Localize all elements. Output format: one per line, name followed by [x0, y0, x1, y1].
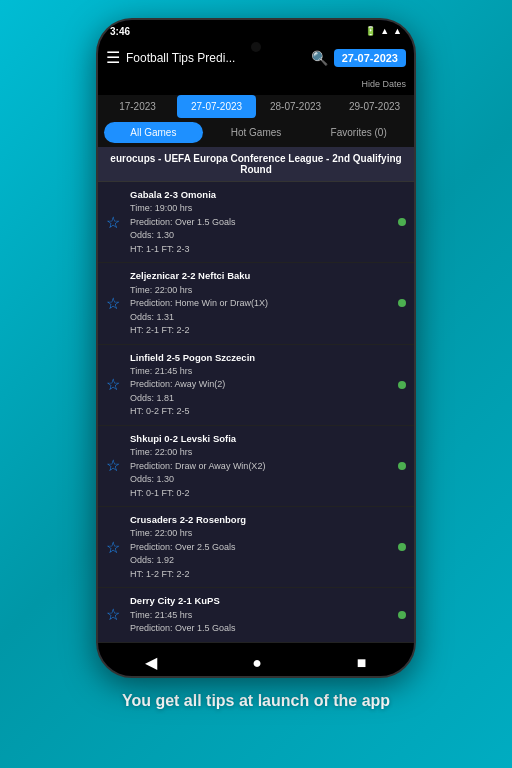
search-icon[interactable]: 🔍	[311, 50, 328, 66]
battery-icon: 🔋	[365, 26, 376, 36]
game-score-4: HT: 1-2 FT: 2-2	[130, 568, 392, 582]
game-prediction-1: Prediction: Home Win or Draw(1X)	[130, 297, 392, 311]
game-title-1: Zeljeznicar 2-2 Neftci Baku	[130, 269, 392, 283]
game-odds-3: Odds: 1.30	[130, 473, 392, 487]
game-info-4: Crusaders 2-2 Rosenborg Time: 22:00 hrs …	[130, 513, 392, 581]
game-odds-0: Odds: 1.30	[130, 229, 392, 243]
game-score-1: HT: 2-1 FT: 2-2	[130, 324, 392, 338]
game-title-5: Derry City 2-1 KuPS	[130, 594, 392, 608]
status-dot-5	[398, 611, 406, 619]
game-row: ☆ Zeljeznicar 2-2 Neftci Baku Time: 22:0…	[98, 263, 414, 344]
game-info-0: Gabala 2-3 Omonia Time: 19:00 hrs Predic…	[130, 188, 392, 256]
game-prediction-4: Prediction: Over 2.5 Goals	[130, 541, 392, 555]
game-info-3: Shkupi 0-2 Levski Sofia Time: 22:00 hrs …	[130, 432, 392, 500]
date-tab-0[interactable]: 17-2023	[98, 95, 177, 118]
star-icon-2[interactable]: ☆	[106, 375, 124, 394]
status-dot-0	[398, 218, 406, 226]
game-score-2: HT: 0-2 FT: 2-5	[130, 405, 392, 419]
content-area: eurocups - UEFA Europa Conference League…	[98, 147, 414, 643]
bottom-tagline: You get all tips at launch of the app	[102, 692, 410, 710]
filter-tab-hot[interactable]: Hot Games	[207, 122, 306, 143]
date-tab-2[interactable]: 28-07-2023	[256, 95, 335, 118]
star-icon-4[interactable]: ☆	[106, 538, 124, 557]
menu-icon[interactable]: ☰	[106, 48, 120, 67]
star-icon-1[interactable]: ☆	[106, 294, 124, 313]
hide-dates-row: Hide Dates	[98, 73, 414, 95]
nav-bar: ◀ ● ■	[98, 643, 414, 679]
game-score-3: HT: 0-1 FT: 0-2	[130, 487, 392, 501]
game-odds-2: Odds: 1.81	[130, 392, 392, 406]
game-odds-4: Odds: 1.92	[130, 554, 392, 568]
game-time-5: Time: 21:45 hrs	[130, 609, 392, 623]
game-time-0: Time: 19:00 hrs	[130, 202, 392, 216]
filter-tab-all[interactable]: All Games	[104, 122, 203, 143]
game-info-1: Zeljeznicar 2-2 Neftci Baku Time: 22:00 …	[130, 269, 392, 337]
game-info-5: Derry City 2-1 KuPS Time: 21:45 hrs Pred…	[130, 594, 392, 635]
game-prediction-3: Prediction: Draw or Away Win(X2)	[130, 460, 392, 474]
app-title: Football Tips Predi...	[126, 51, 305, 65]
game-prediction-5: Prediction: Over 1.5 Goals	[130, 622, 392, 636]
game-time-2: Time: 21:45 hrs	[130, 365, 392, 379]
filter-tab-favorites[interactable]: Favorites (0)	[309, 122, 408, 143]
date-tab-3[interactable]: 29-07-2023	[335, 95, 414, 118]
game-row: ☆ Crusaders 2-2 Rosenborg Time: 22:00 hr…	[98, 507, 414, 588]
camera-notch	[251, 42, 261, 52]
status-dot-3	[398, 462, 406, 470]
star-icon-5[interactable]: ☆	[106, 605, 124, 624]
league-header: eurocups - UEFA Europa Conference League…	[98, 147, 414, 182]
date-tab-1[interactable]: 27-07-2023	[177, 95, 256, 118]
game-time-1: Time: 22:00 hrs	[130, 284, 392, 298]
status-time: 3:46	[110, 26, 130, 37]
phone-frame: 3:46 🔋 ▲ ▲ ☰ Football Tips Predi... 🔍 27…	[96, 18, 416, 678]
game-row: ☆ Linfield 2-5 Pogon Szczecin Time: 21:4…	[98, 345, 414, 426]
game-prediction-2: Prediction: Away Win(2)	[130, 378, 392, 392]
star-icon-0[interactable]: ☆	[106, 213, 124, 232]
game-row: ☆ Derry City 2-1 KuPS Time: 21:45 hrs Pr…	[98, 588, 414, 642]
recents-nav-icon[interactable]: ■	[357, 654, 367, 672]
date-tabs: 17-2023 27-07-2023 28-07-2023 29-07-2023	[98, 95, 414, 118]
game-info-2: Linfield 2-5 Pogon Szczecin Time: 21:45 …	[130, 351, 392, 419]
game-odds-1: Odds: 1.31	[130, 311, 392, 325]
hide-dates-text[interactable]: Hide Dates	[361, 79, 406, 89]
home-nav-icon[interactable]: ●	[252, 654, 262, 672]
game-prediction-0: Prediction: Over 1.5 Goals	[130, 216, 392, 230]
back-nav-icon[interactable]: ◀	[145, 653, 157, 672]
filter-tabs: All Games Hot Games Favorites (0)	[98, 118, 414, 147]
game-score-0: HT: 1-1 FT: 2-3	[130, 243, 392, 257]
status-icons: 🔋 ▲ ▲	[365, 26, 402, 36]
game-row: ☆ Gabala 2-3 Omonia Time: 19:00 hrs Pred…	[98, 182, 414, 263]
signal-icon: ▲	[380, 26, 389, 36]
date-badge: 27-07-2023	[334, 49, 406, 67]
game-title-4: Crusaders 2-2 Rosenborg	[130, 513, 392, 527]
game-title-3: Shkupi 0-2 Levski Sofia	[130, 432, 392, 446]
game-title-0: Gabala 2-3 Omonia	[130, 188, 392, 202]
game-time-4: Time: 22:00 hrs	[130, 527, 392, 541]
game-time-3: Time: 22:00 hrs	[130, 446, 392, 460]
status-bar: 3:46 🔋 ▲ ▲	[98, 20, 414, 42]
status-dot-1	[398, 299, 406, 307]
star-icon-3[interactable]: ☆	[106, 456, 124, 475]
status-dot-2	[398, 381, 406, 389]
status-dot-4	[398, 543, 406, 551]
wifi-icon: ▲	[393, 26, 402, 36]
game-title-2: Linfield 2-5 Pogon Szczecin	[130, 351, 392, 365]
game-row: ☆ Shkupi 0-2 Levski Sofia Time: 22:00 hr…	[98, 426, 414, 507]
